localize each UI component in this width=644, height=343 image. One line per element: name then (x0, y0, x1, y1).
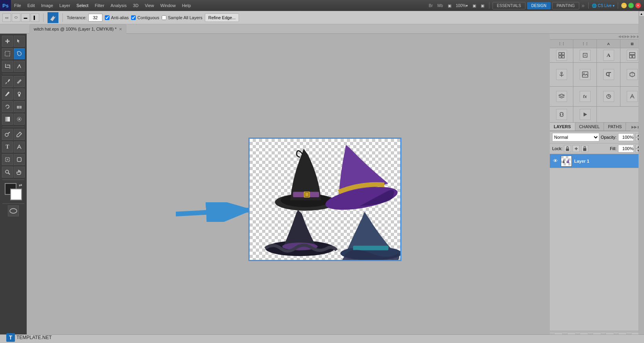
menu-select[interactable]: Select (73, 2, 92, 9)
refine-edge-button[interactable]: Refine Edge... (205, 13, 239, 22)
bottom-bar: T TEMPLATE.NET (0, 334, 644, 343)
sample-layers-label: Sample All Layers (168, 15, 203, 20)
menu-filter[interactable]: Filter (91, 2, 107, 9)
opacity-input[interactable] (618, 133, 634, 141)
link-icon-btn[interactable] (556, 109, 567, 120)
win-maximize[interactable]: □ (628, 3, 634, 8)
mini-panel-3: A A (597, 40, 620, 62)
mini-panel-13 (550, 107, 573, 122)
menu-window[interactable]: Window (157, 2, 179, 9)
menu-analysis[interactable]: Analysis (108, 2, 130, 9)
sample-layers-checkbox[interactable] (162, 15, 166, 20)
color-swatches[interactable]: ⇄ (5, 183, 22, 200)
eraser-tool[interactable] (14, 101, 25, 112)
crop-tool[interactable] (2, 61, 13, 72)
document-tab[interactable]: witch hat.eps @ 100% (Layer 1, CMYK/8) *… (29, 24, 126, 34)
layers-icon-btn[interactable] (556, 91, 567, 102)
type-tool[interactable]: T (2, 142, 13, 152)
rect-select-btn[interactable]: ▭ (2, 13, 11, 22)
selection-tool[interactable] (2, 154, 13, 165)
tab-channels[interactable]: CHANNEL (575, 123, 604, 131)
painting-btn[interactable]: PAINTING (552, 2, 579, 9)
row-select-btn[interactable]: ▬ (21, 13, 30, 22)
tab-layers[interactable]: LAYERS (550, 123, 575, 131)
design-btn[interactable]: DESIGN (527, 2, 551, 9)
ruler-tool[interactable] (14, 76, 25, 87)
tolerance-input[interactable] (88, 14, 102, 22)
antialias-checkbox[interactable] (105, 15, 109, 20)
panel-collapse-btn[interactable]: ◀◀ (618, 34, 624, 38)
fx-icon-btn[interactable]: fx (580, 91, 591, 102)
fill-input[interactable] (618, 145, 634, 152)
layers-panel-expand[interactable]: ▶▶ (631, 125, 637, 129)
tool-row-2 (2, 48, 25, 59)
clone-stamp-tool[interactable] (14, 89, 25, 100)
zoom-tool[interactable] (2, 167, 13, 178)
mini-panel-2: ⋮⋮ (573, 40, 597, 62)
oval-select-btn[interactable]: ⬭ (12, 13, 20, 22)
quick-mask-tool[interactable] (8, 205, 19, 216)
menu-layer[interactable]: Layer (56, 2, 73, 9)
lock-move-btn[interactable]: ✛ (573, 145, 580, 152)
menu-help[interactable]: Help (179, 2, 194, 9)
brush-tool[interactable] (2, 89, 13, 100)
col-select-btn[interactable]: ▌ (31, 13, 39, 22)
scroll-up-btn[interactable]: ▲ (639, 11, 644, 16)
gradient-tool[interactable] (2, 114, 13, 125)
essentials-btn[interactable]: ESSENTIALS (493, 2, 525, 9)
3d-icon-btn[interactable] (627, 69, 638, 80)
blend-mode-select[interactable]: Normal Multiply Screen (552, 133, 599, 142)
cs-live-btn[interactable]: 🌐 CS Live ▾ (592, 4, 615, 8)
layer-item[interactable]: 👁 (550, 154, 644, 168)
path-select-tool[interactable] (14, 36, 25, 47)
path-tool[interactable] (14, 142, 25, 152)
tab-paths[interactable]: PATHS (604, 123, 626, 131)
image-icon-btn[interactable] (580, 69, 591, 80)
tolerance-option: Tolerance: (67, 14, 102, 22)
lock-all-btn[interactable] (581, 145, 588, 152)
slice-tool[interactable] (14, 61, 25, 72)
layer-thumbnail (561, 156, 572, 167)
blur-tool[interactable] (14, 114, 25, 125)
arrange-icon-btn[interactable] (556, 50, 567, 61)
adjust-icon-btn[interactable] (603, 91, 614, 102)
transform-icon-btn[interactable] (580, 50, 591, 61)
win-close[interactable]: ✕ (635, 3, 641, 8)
background-color[interactable] (10, 189, 22, 200)
tab-close-btn[interactable]: ✕ (119, 27, 122, 31)
menu-view[interactable]: View (142, 2, 157, 9)
marquee-tool[interactable] (2, 48, 13, 59)
layer-visibility-toggle[interactable]: 👁 (552, 158, 558, 164)
history-brush-tool[interactable] (2, 101, 13, 112)
color-switch-btn[interactable]: ⇄ (19, 183, 22, 187)
anchor-icon-btn[interactable] (556, 69, 567, 80)
contiguous-label: Contiguous (137, 15, 159, 20)
pen-tool[interactable] (14, 129, 25, 140)
win-minimize[interactable]: — (621, 3, 627, 8)
paragraph-icon-btn[interactable] (603, 69, 614, 80)
canvas-checker-bg (250, 139, 400, 260)
play-icon-btn[interactable] (580, 109, 591, 120)
hand-tool[interactable] (14, 167, 25, 178)
panel-menu-btn[interactable]: ▶▶ (631, 34, 636, 38)
svg-line-14 (8, 173, 10, 174)
shape-tool[interactable] (14, 154, 25, 165)
magic-wand-tool[interactable] (47, 12, 58, 23)
svg-rect-4 (18, 94, 20, 96)
menu-edit[interactable]: Edit (24, 2, 38, 9)
panel-expand-btn[interactable]: ▶▶ (624, 34, 630, 38)
style-icon-btn[interactable] (627, 91, 638, 102)
lasso-tool[interactable] (14, 48, 25, 59)
lock-pixels-btn[interactable] (564, 145, 571, 152)
layout-icon-btn[interactable] (627, 50, 638, 61)
text-icon-btn[interactable]: A (603, 50, 614, 61)
move-tool[interactable] (2, 36, 13, 47)
contiguous-checkbox[interactable] (131, 15, 136, 20)
menu-file[interactable]: File (11, 2, 24, 9)
layers-tab-bar: LAYERS CHANNEL PATHS ▶▶ ▶▶ (550, 123, 644, 131)
menu-image[interactable]: Image (38, 2, 57, 9)
menu-3d[interactable]: 3D (130, 2, 142, 9)
eyedropper-tool[interactable] (2, 76, 13, 87)
dodge-tool[interactable] (2, 129, 13, 140)
tolerance-label: Tolerance: (67, 15, 87, 20)
